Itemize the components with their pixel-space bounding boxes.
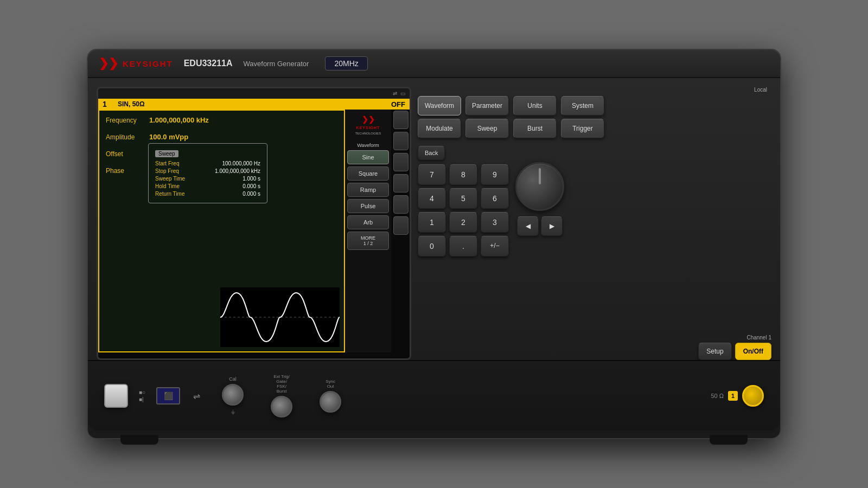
sweep-value-3: 0.000 s — [242, 183, 260, 189]
sweep-row-2: Sweep Time 1.000 s — [155, 176, 260, 182]
usb-symbol: ⬛ — [164, 391, 173, 400]
device-subtitle: Waveform Generator — [244, 60, 309, 68]
foot-left — [120, 435, 158, 445]
screen-content: ⇌ ▭ 1 SIN, 50Ω OFF Frequency 1.000,000 — [98, 88, 410, 358]
soft-btn-1[interactable] — [393, 111, 409, 129]
display-screen: ⇌ ▭ 1 SIN, 50Ω OFF Frequency 1.000,000 — [97, 87, 411, 360]
waveform-btn-arb[interactable]: Arb — [347, 215, 389, 229]
param-phase-label: Phase — [106, 167, 149, 175]
top-controls: Local Waveform Parameter Units System Mo… — [418, 87, 771, 138]
soft-btn-6[interactable] — [393, 216, 409, 235]
num-btn-3[interactable]: 3 — [481, 212, 509, 233]
usb-symbol-icon: ⇌ — [193, 391, 200, 401]
channel-bar: 1 SIN, 50Ω OFF — [98, 99, 410, 110]
waveform-display — [220, 287, 340, 347]
ext-trig-label: Ext Trig/Gate/FSK/Burst — [273, 374, 289, 394]
screen-logo-text: KEYSIGHT — [356, 126, 380, 130]
waveform-btn-sine[interactable]: Sine — [347, 150, 389, 164]
num-btn-5[interactable]: 5 — [449, 188, 477, 209]
sync-out-connector: SyncOut — [320, 379, 341, 413]
num-btn-1[interactable]: 1 — [418, 212, 446, 233]
keysight-logo: ❯❯ KEYSIGHT — [99, 56, 173, 70]
ext-trig-connector: Ext Trig/Gate/FSK/Burst — [271, 374, 292, 418]
ext-trig-bnc[interactable] — [271, 396, 292, 418]
model-number: EDU33211A — [184, 59, 233, 68]
sweep-row-0: Start Freq 100.000,000 Hz — [155, 160, 260, 166]
channel-buttons: Setup On/Off — [698, 343, 771, 360]
num-btn-decimal[interactable]: . — [449, 236, 477, 256]
params-area: Frequency 1.000,000,000 kHz Amplitude 10… — [98, 110, 410, 352]
system-button[interactable]: System — [561, 96, 604, 115]
num-btn-9[interactable]: 9 — [481, 164, 509, 185]
num-btn-0[interactable]: 0 — [418, 236, 446, 256]
num-btn-2[interactable]: 2 — [449, 212, 477, 233]
channel-info: SIN, 50Ω — [118, 100, 391, 108]
cal-bnc[interactable] — [222, 384, 244, 406]
units-button[interactable]: Units — [513, 96, 557, 115]
waveform-btn-square[interactable]: Square — [347, 166, 389, 181]
foot-right — [710, 435, 748, 445]
back-button[interactable]: Back — [418, 146, 445, 160]
arrow-buttons: ◀ ▶ — [517, 216, 563, 236]
param-frequency-value: 1.000,000,000 kHz — [149, 116, 209, 124]
lan-icon: ■○ ■| — [139, 389, 145, 402]
mode-buttons-row: Modulate Sweep Burst Trigger — [418, 119, 771, 138]
waveform-btn-pulse[interactable]: Pulse — [347, 199, 389, 213]
soft-btn-4[interactable] — [393, 174, 409, 192]
local-label-row: Local — [418, 87, 771, 93]
local-label: Local — [754, 87, 769, 93]
right-arrow-button[interactable]: ▶ — [541, 216, 563, 236]
num-btn-4[interactable]: 4 — [418, 188, 446, 209]
usb-port[interactable]: ⬛ — [156, 387, 180, 404]
save-icon: ▭ — [400, 91, 405, 97]
parameter-button[interactable]: Parameter — [465, 96, 509, 115]
ch1-bnc[interactable] — [742, 385, 764, 407]
screen-logo-chevron: ❯❯ — [362, 115, 375, 124]
channel-section: Channel 1 Setup On/Off — [418, 335, 771, 360]
screen-right-panel: ❯❯ KEYSIGHT TECHNOLOGIES Waveform Sine S… — [345, 110, 410, 352]
burst-button[interactable]: Burst — [513, 119, 557, 138]
rotary-knob[interactable] — [515, 162, 564, 211]
num-btn-6[interactable]: 6 — [481, 188, 509, 209]
left-arrow-button[interactable]: ◀ — [517, 216, 539, 236]
onoff-button[interactable]: On/Off — [735, 343, 771, 360]
sweep-value-4: 0.000 s — [242, 191, 260, 197]
num-btn-7[interactable]: 7 — [418, 164, 446, 185]
channel-status: OFF — [391, 100, 405, 108]
logo-chevron-icon: ❯❯ — [99, 56, 118, 70]
cal-connector: Cal ⏚ — [222, 376, 244, 415]
cal-label: Cal — [229, 376, 237, 382]
sweep-label-0: Start Freq — [155, 160, 204, 166]
soft-btn-3[interactable] — [393, 153, 409, 171]
waveform-button[interactable]: Waveform — [418, 96, 461, 115]
sweep-label-1: Stop Freq — [155, 168, 204, 174]
sweep-label-2: Sweep Time — [155, 176, 204, 182]
soft-btn-2[interactable] — [393, 132, 409, 150]
sweep-label-4: Return Time — [155, 191, 204, 197]
control-panel: Local Waveform Parameter Units System Mo… — [418, 87, 771, 360]
waveform-btn-more[interactable]: MORE1 / 2 — [347, 232, 389, 250]
modulate-button[interactable]: Modulate — [418, 119, 461, 138]
sync-out-bnc[interactable] — [320, 391, 341, 413]
logo-area: ❯❯ KEYSIGHT EDU33211A Waveform Generator — [99, 56, 309, 70]
num-btn-8[interactable]: 8 — [449, 164, 477, 185]
channel-label: Channel 1 — [746, 335, 771, 341]
frequency-badge: 20MHz — [325, 56, 367, 70]
sweep-row-4: Return Time 0.000 s — [155, 191, 260, 197]
sweep-row-1: Stop Freq 1.000,000,000 kHz — [155, 168, 260, 174]
channel-number: 1 — [103, 100, 113, 108]
soft-buttons-column — [392, 110, 410, 352]
power-button[interactable] — [104, 384, 128, 408]
screen-waveform-label: Waveform — [347, 143, 389, 148]
sweep-label-3: Hold Time — [155, 183, 204, 189]
trigger-button[interactable]: Trigger — [561, 119, 604, 138]
sweep-button[interactable]: Sweep — [465, 119, 509, 138]
setup-button[interactable]: Setup — [698, 343, 731, 360]
num-btn-plusminus[interactable]: +/− — [481, 236, 509, 256]
usb-icon: ⇌ — [393, 91, 397, 97]
screen-top-bar: ⇌ ▭ — [98, 88, 410, 99]
soft-btn-5[interactable] — [393, 195, 409, 214]
ch1-badge: 1 — [728, 391, 738, 401]
param-offset-label: Offset — [106, 150, 149, 158]
waveform-btn-ramp[interactable]: Ramp — [347, 183, 389, 197]
